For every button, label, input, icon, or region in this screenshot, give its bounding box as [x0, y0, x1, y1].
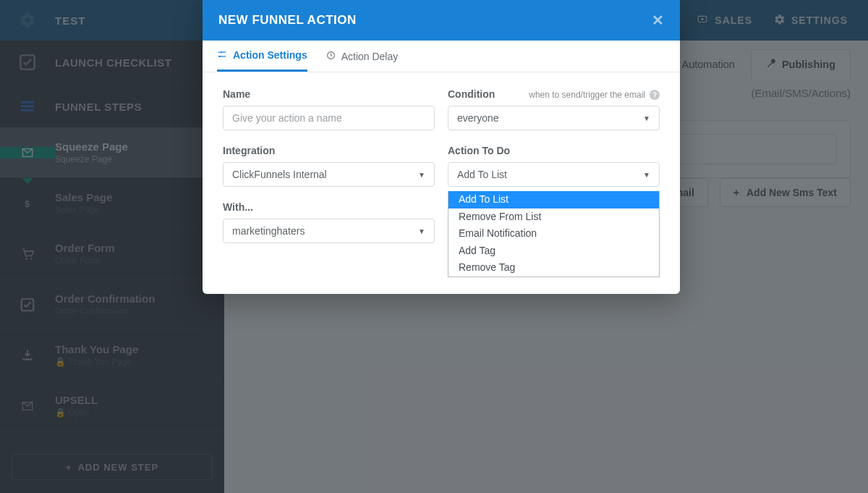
action-option-email-notification[interactable]: Email Notification — [448, 225, 659, 243]
close-icon[interactable]: ✕ — [652, 12, 664, 29]
svg-point-10 — [221, 51, 222, 52]
condition-hint: when to send/trigger the email ? — [529, 90, 660, 100]
condition-value: everyone — [457, 112, 499, 124]
help-icon[interactable]: ? — [650, 90, 660, 100]
integration-select[interactable]: ClickFunnels Internal ▼ — [223, 162, 435, 187]
action-to-do-value: Add To List — [457, 169, 507, 180]
condition-select[interactable]: everyone ▼ — [448, 106, 660, 130]
sliders-icon — [217, 49, 227, 62]
action-option-remove-from-list[interactable]: Remove From List — [448, 208, 659, 226]
integration-value: ClickFunnels Internal — [232, 169, 327, 180]
action-option-add-tag[interactable]: Add Tag — [448, 243, 659, 260]
action-option-add-to-list[interactable]: Add To List — [448, 191, 659, 208]
tab-action-delay[interactable]: Action Delay — [326, 41, 399, 72]
tab-action-settings[interactable]: Action Settings — [217, 41, 307, 72]
action-option-remove-tag[interactable]: Remove Tag — [448, 259, 659, 277]
name-label: Name — [223, 88, 435, 100]
chevron-down-icon: ▼ — [643, 114, 650, 122]
new-funnel-action-modal: NEW FUNNEL ACTION ✕ Action Settings Acti… — [203, 0, 680, 294]
integration-label: Integration — [223, 145, 435, 156]
action-to-do-label: Action To Do — [448, 145, 660, 156]
with-value: marketinghaters — [232, 225, 305, 237]
tab-action-delay-label: Action Delay — [341, 51, 399, 62]
with-select[interactable]: marketinghaters ▼ — [223, 219, 435, 243]
chevron-down-icon: ▼ — [418, 227, 425, 235]
action-to-do-select[interactable]: Add To List ▼ — [448, 162, 660, 187]
condition-hint-text: when to send/trigger the email — [529, 90, 645, 100]
modal-title: NEW FUNNEL ACTION — [218, 13, 357, 28]
action-name-input[interactable] — [223, 106, 435, 130]
action-to-do-dropdown[interactable]: Add To ListRemove From ListEmail Notific… — [448, 191, 660, 277]
svg-point-11 — [219, 55, 221, 56]
tab-action-settings-label: Action Settings — [233, 49, 307, 61]
chevron-down-icon: ▼ — [643, 171, 650, 179]
chevron-down-icon: ▼ — [418, 171, 425, 179]
clock-icon — [326, 51, 336, 62]
with-label: With... — [223, 201, 435, 213]
